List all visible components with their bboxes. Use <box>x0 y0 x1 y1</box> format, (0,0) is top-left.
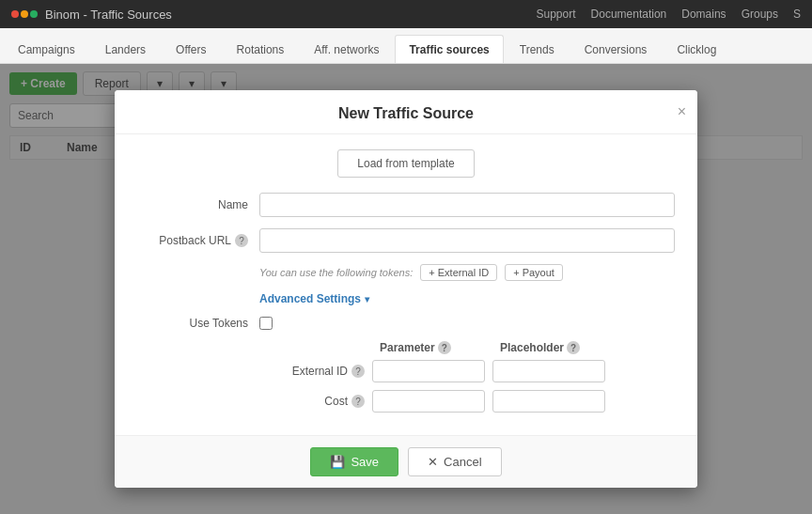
modal-title: New Traffic Source <box>338 105 474 121</box>
groups-link[interactable]: Groups <box>742 8 778 21</box>
modal-close-button[interactable]: × <box>678 104 686 119</box>
params-headers: Parameter ? Placeholder ? <box>137 341 675 354</box>
tab-clicklog[interactable]: Clicklog <box>663 35 730 63</box>
external-id-token-button[interactable]: + External ID <box>420 264 497 281</box>
cost-help-icon[interactable]: ? <box>351 395 365 408</box>
placeholder-col-header: Placeholder ? <box>500 341 613 354</box>
postback-url-label: Postback URL ? <box>137 234 259 247</box>
save-button[interactable]: 💾 Save <box>310 447 398 476</box>
modal-body: Load from template Name Postback URL ? <box>115 134 697 435</box>
topbar-left: Binom - Traffic Sources <box>11 8 172 22</box>
tokens-hint: You can use the following tokens: <box>259 267 413 278</box>
topbar-nav: Support Documentation Domains Groups S <box>537 8 801 21</box>
use-tokens-checkbox[interactable] <box>259 317 273 330</box>
save-icon: 💾 <box>330 455 345 469</box>
documentation-link[interactable]: Documentation <box>591 8 667 21</box>
save-label: Save <box>351 455 379 469</box>
logo-dot-red <box>11 10 19 18</box>
cost-label: Cost ? <box>147 395 372 408</box>
load-template-button[interactable]: Load from template <box>337 149 474 178</box>
domains-link[interactable]: Domains <box>681 8 726 21</box>
name-label: Name <box>137 198 259 211</box>
tab-traffic-sources[interactable]: Traffic sources <box>395 35 503 63</box>
topbar: Binom - Traffic Sources Support Document… <box>0 0 812 28</box>
name-row: Name <box>137 193 675 217</box>
parameter-help-icon[interactable]: ? <box>438 341 451 354</box>
external-id-placeholder-input[interactable] <box>492 360 605 382</box>
content-area: + Create Report ▾ ▾ ▾ Dele... ID Name To… <box>0 64 812 514</box>
logo-dot-green <box>30 10 38 18</box>
tab-campaigns[interactable]: Campaigns <box>4 35 89 63</box>
tab-offers[interactable]: Offers <box>162 35 220 63</box>
cancel-label: Cancel <box>444 455 481 469</box>
modal-footer: 💾 Save ✕ Cancel <box>115 435 697 488</box>
modal-header: New Traffic Source × <box>115 90 697 134</box>
app-title: Binom - Traffic Sources <box>45 8 172 22</box>
app-logo <box>11 10 38 18</box>
placeholder-help-icon[interactable]: ? <box>567 341 580 354</box>
modal-overlay: New Traffic Source × Load from template … <box>0 64 812 514</box>
cost-parameter-input[interactable] <box>372 390 485 413</box>
external-id-parameter-input[interactable] <box>372 360 485 382</box>
spacer <box>259 341 372 354</box>
use-tokens-label: Use Tokens <box>137 317 259 330</box>
advanced-settings-toggle[interactable]: Advanced Settings ▾ <box>137 292 675 305</box>
tab-rotations[interactable]: Rotations <box>223 35 299 63</box>
tab-trends[interactable]: Trends <box>506 35 569 63</box>
cancel-icon: ✕ <box>428 455 438 469</box>
cost-row: Cost ? <box>137 390 675 413</box>
postback-url-row: Postback URL ? <box>137 228 675 253</box>
postback-url-help-icon[interactable]: ? <box>235 234 248 247</box>
postback-url-input[interactable] <box>259 228 675 253</box>
logo-dot-orange <box>21 10 28 18</box>
name-input[interactable] <box>259 193 675 217</box>
support-link[interactable]: Support <box>537 8 576 21</box>
new-traffic-source-modal: New Traffic Source × Load from template … <box>115 90 697 488</box>
tokens-row: You can use the following tokens: + Exte… <box>137 264 675 281</box>
payout-token-button[interactable]: + Payout <box>505 264 563 281</box>
external-id-label: External ID ? <box>147 365 372 378</box>
cost-placeholder-input[interactable] <box>492 390 605 413</box>
tab-aff-networks[interactable]: Aff. networks <box>300 35 393 63</box>
external-id-row: External ID ? <box>137 360 675 382</box>
chevron-down-icon: ▾ <box>365 294 369 304</box>
parameter-col-header: Parameter ? <box>380 341 492 354</box>
cancel-button[interactable]: ✕ Cancel <box>408 447 501 476</box>
more-link[interactable]: S <box>793 8 801 21</box>
tab-landers[interactable]: Landers <box>91 35 160 63</box>
nav-tabs: Campaigns Landers Offers Rotations Aff. … <box>0 28 812 64</box>
tab-conversions[interactable]: Conversions <box>570 35 662 63</box>
use-tokens-row: Use Tokens <box>137 317 675 330</box>
external-id-help-icon[interactable]: ? <box>351 365 365 378</box>
